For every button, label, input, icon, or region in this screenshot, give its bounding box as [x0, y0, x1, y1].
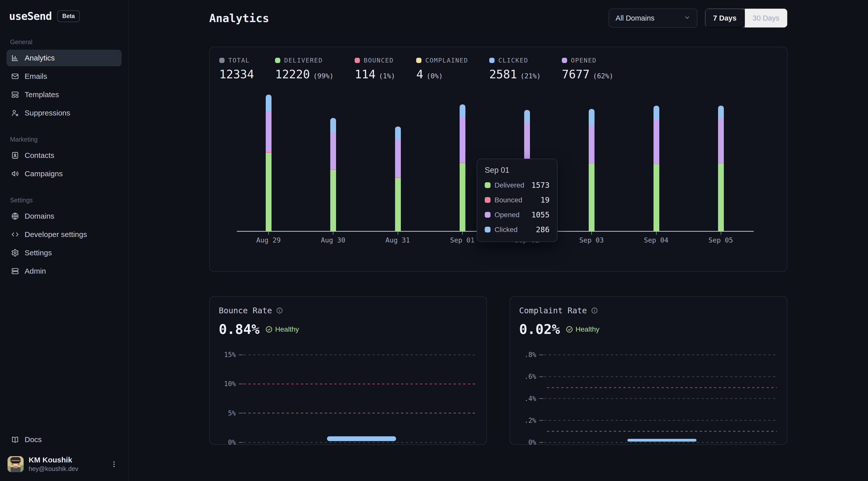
user-x-icon — [11, 109, 19, 117]
chart-tooltip: Sep 01 Delivered1573Bounced19Opened1055C… — [477, 159, 558, 242]
sidebar-item-label: Developer settings — [25, 230, 87, 239]
x-axis-tick — [462, 232, 463, 235]
x-axis-tick — [656, 232, 657, 235]
page-title: Analytics — [209, 12, 269, 25]
y-tick-label: .8% — [519, 351, 539, 358]
mini-plot — [547, 355, 777, 442]
bounce-rate-title: Bounce Rate — [219, 306, 272, 315]
rate-cards-row: Bounce Rate 0.84% Healthy — [209, 296, 787, 445]
code-icon — [11, 230, 19, 238]
sidebar-item-campaigns[interactable]: Campaigns — [6, 165, 122, 182]
y-tick-label: 5% — [219, 410, 239, 417]
logo-row: useSend Beta — [6, 8, 122, 22]
section-label-marketing: Marketing — [6, 136, 122, 143]
sidebar-item-label: Campaigns — [25, 169, 63, 178]
complaint-rate-chart: .8%.6%.4%.2%0% — [519, 355, 777, 442]
header-controls: All Domains 7 Days 30 Days — [609, 8, 787, 28]
section-label-settings: Settings — [6, 197, 122, 204]
bar-sep-03[interactable] — [589, 109, 594, 231]
sidebar-item-label: Admin — [25, 267, 46, 276]
range-30days-button[interactable]: 30 Days — [745, 8, 787, 28]
bounce-rate-card: Bounce Rate 0.84% Healthy — [209, 296, 487, 445]
bar-aug-30[interactable] — [330, 118, 336, 231]
y-tick-label: .6% — [519, 373, 539, 380]
tooltip-value: 286 — [536, 225, 550, 234]
x-axis-label: Aug 30 — [321, 236, 346, 244]
info-icon[interactable] — [591, 307, 598, 314]
bar-segment-delivered — [266, 153, 272, 231]
bounce-rate-value: 0.84% — [219, 321, 260, 337]
info-icon[interactable] — [276, 307, 283, 314]
sidebar-item-templates[interactable]: Templates — [6, 86, 122, 103]
stat-dot-total — [219, 58, 224, 63]
stat-clicked: CLICKED2581(21%) — [489, 57, 541, 81]
chevron-down-icon — [684, 14, 690, 22]
tooltip-label: Opened — [495, 211, 527, 219]
sidebar-item-label: Suppressions — [25, 109, 70, 117]
stat-bounced: BOUNCED114(1%) — [354, 57, 395, 81]
contact-book-icon — [11, 151, 19, 159]
stat-percent: (1%) — [379, 72, 395, 80]
check-circle-icon — [265, 326, 273, 333]
sidebar-item-suppressions[interactable]: Suppressions — [6, 105, 122, 121]
summary-stats-row: TOTAL12334DELIVERED12220(99%)BOUNCED114(… — [219, 56, 778, 81]
user-row[interactable]: KM Koushik hey@koushik.dev — [6, 454, 122, 474]
bar-segment-delivered — [718, 163, 724, 231]
y-tick-label: 0% — [519, 439, 539, 446]
y-tick-mark — [239, 384, 243, 384]
sidebar-item-domains[interactable]: Domains — [6, 208, 122, 224]
stat-complained: COMPLAINED4(0%) — [416, 57, 468, 81]
bar-segment-clicked — [266, 95, 272, 111]
tooltip-swatch — [485, 182, 491, 188]
stat-label: TOTAL — [228, 57, 250, 64]
main-area: Analytics All Domains 7 Days 30 Days — [129, 0, 868, 481]
bar-segment-delivered — [330, 170, 336, 231]
y-tick-label: 0% — [219, 439, 239, 446]
kebab-menu-icon[interactable] — [109, 458, 119, 470]
sidebar-item-developer-settings[interactable]: Developer settings — [6, 226, 122, 243]
globe-icon — [11, 212, 19, 220]
domain-select[interactable]: All Domains — [609, 8, 698, 28]
book-open-icon — [11, 436, 19, 444]
tooltip-swatch — [485, 212, 491, 218]
y-tick-mark — [539, 398, 543, 399]
bar-sep-05[interactable] — [718, 106, 724, 231]
docs-label: Docs — [25, 435, 42, 444]
complaint-rate-value: 0.02% — [519, 321, 560, 337]
tooltip-value: 1055 — [531, 211, 550, 219]
stat-opened: OPENED7677(62%) — [562, 57, 613, 81]
bounce-rate-chart: 15%10%5%0% — [219, 355, 476, 442]
tooltip-swatch — [485, 227, 491, 232]
sidebar-item-admin[interactable]: Admin — [6, 263, 122, 280]
tooltip-row-clicked: Clicked286 — [485, 225, 550, 234]
stat-total: TOTAL12334 — [219, 57, 254, 81]
sidebar-item-label: Domains — [25, 212, 54, 220]
bar-sep-04[interactable] — [653, 106, 659, 231]
page-header: Analytics All Domains 7 Days 30 Days — [209, 0, 787, 28]
x-axis-label: Sep 05 — [709, 236, 733, 244]
stat-dot-complained — [416, 58, 422, 63]
x-axis-label: Sep 01 — [450, 236, 475, 244]
x-axis-label: Sep 04 — [644, 236, 669, 244]
bar-aug-31[interactable] — [395, 127, 401, 231]
tooltip-row-delivered: Delivered1573 — [485, 181, 550, 190]
stat-percent: (99%) — [313, 72, 334, 80]
tooltip-title: Sep 01 — [485, 166, 550, 175]
sidebar-item-docs[interactable]: Docs — [6, 431, 122, 448]
user-email: hey@koushik.dev — [29, 465, 104, 473]
sidebar-item-emails[interactable]: Emails — [6, 68, 122, 85]
sidebar-item-contacts[interactable]: Contacts — [6, 147, 122, 164]
stat-dot-opened — [562, 58, 567, 63]
bar-segment-opened — [653, 120, 659, 164]
sidebar-item-analytics[interactable]: Analytics — [6, 50, 122, 66]
tooltip-swatch — [485, 197, 491, 203]
sidebar: useSend Beta GeneralAnalyticsEmailsTempl… — [0, 0, 129, 481]
range-7days-button[interactable]: 7 Days — [705, 8, 745, 28]
bar-sep-01[interactable] — [460, 104, 465, 231]
y-tick-label: .4% — [519, 395, 539, 403]
bar-segment-opened — [330, 132, 336, 169]
bounce-health-label: Healthy — [275, 325, 299, 333]
bar-aug-29[interactable] — [266, 95, 272, 231]
sidebar-item-settings[interactable]: Settings — [6, 245, 122, 261]
bar-segment-clicked — [460, 104, 465, 117]
